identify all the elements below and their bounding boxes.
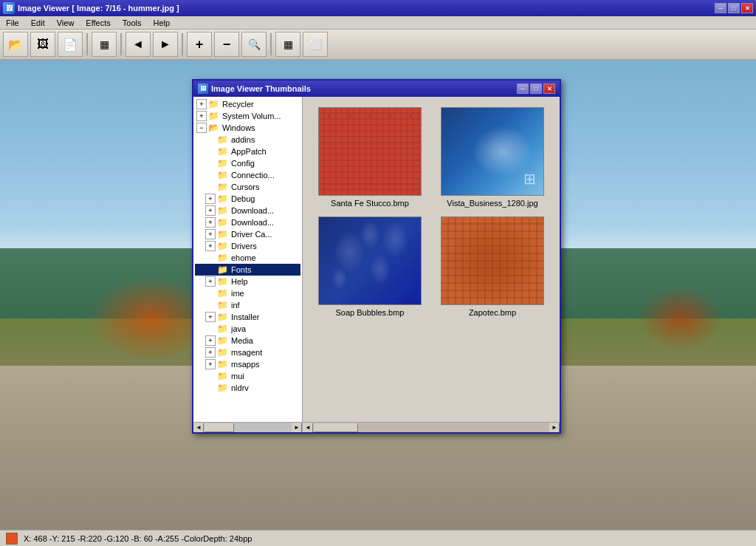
expander-download1[interactable]: +: [205, 205, 216, 216]
tree-item-java[interactable]: 📁 java: [195, 323, 300, 335]
tree-hscroll-right-button[interactable]: ►: [292, 423, 302, 433]
menu-help[interactable]: Help: [150, 18, 173, 28]
folder-icon-download1: 📁: [217, 206, 229, 215]
expander-installer[interactable]: +: [205, 312, 216, 322]
expander-driver-cache[interactable]: +: [205, 229, 216, 239]
back-button[interactable]: ◄: [126, 32, 151, 57]
thumbnail-item-vista[interactable]: Vista_Business_1280.jpg: [431, 103, 554, 212]
menu-edit[interactable]: Edit: [28, 18, 48, 28]
tree-item-ehome[interactable]: 📁 ehome: [195, 252, 300, 264]
thumbnail-item-zapotec[interactable]: Zapotec.bmp: [431, 212, 554, 321]
expander-msapps[interactable]: +: [205, 359, 216, 369]
expander-apppatch: [205, 146, 216, 157]
thumbnail-horizontal-scrollbar[interactable]: ◄ ►: [303, 422, 560, 432]
thumbnail-label-soap-bubbles: Soap Bubbles.bmp: [336, 308, 405, 317]
folder-icon-addins: 📁: [217, 135, 229, 144]
menu-effects[interactable]: Effects: [83, 18, 113, 28]
folder-icon-fonts: 📁: [217, 265, 229, 274]
zoom-out-button[interactable]: −: [214, 32, 239, 57]
tree-item-windows[interactable]: − 📂 Windows: [195, 122, 300, 134]
tree-item-mui[interactable]: 📁 mui: [195, 370, 300, 382]
tree-item-config[interactable]: 📁 Config: [195, 157, 300, 169]
expander-media[interactable]: +: [205, 335, 216, 346]
toolbar: 📂 🖼 📄 ▦ ◄ ► + − 🔍 ▦ ⬜: [0, 30, 756, 61]
tree-hscroll-left-button[interactable]: ◄: [193, 423, 204, 433]
tree-item-msagent[interactable]: + 📁 msagent: [195, 347, 300, 358]
dialog-icon: 🖼: [198, 83, 208, 94]
tree-item-debug[interactable]: + 📁 Debug: [195, 193, 300, 205]
expander-download2[interactable]: +: [205, 217, 216, 228]
zoom-in-button[interactable]: +: [187, 32, 212, 57]
tree-item-download2[interactable]: + 📁 Download...: [195, 216, 300, 228]
folder-tree[interactable]: + 📁 Recycler + 📁 System Volum... −: [193, 97, 302, 422]
close-button[interactable]: ✕: [741, 3, 753, 13]
expander-windows[interactable]: −: [196, 123, 207, 133]
grid-button[interactable]: ▦: [275, 32, 300, 57]
tree-label-debug: Debug: [231, 194, 255, 203]
tree-item-cursors[interactable]: 📁 Cursors: [195, 181, 300, 193]
thumbnail-item-santa-fe[interactable]: Santa Fe Stucco.bmp: [309, 103, 431, 212]
thumbnail-image-vista: [441, 107, 544, 196]
tree-item-media[interactable]: + 📁 Media: [195, 335, 300, 347]
prev-folder-button[interactable]: 🖼: [30, 32, 55, 57]
tree-item-fonts[interactable]: 📁 Fonts: [195, 264, 300, 276]
thumb-hscroll-thumb[interactable]: [314, 423, 358, 432]
tree-item-system-volume[interactable]: + 📁 System Volum...: [195, 110, 300, 122]
dialog-controls: ─ □ ✕: [517, 83, 555, 94]
tree-item-apppatch[interactable]: 📁 AppPatch: [195, 146, 300, 157]
menu-file[interactable]: File: [3, 18, 22, 28]
title-controls: ─ □ ✕: [715, 3, 753, 13]
tree-label-config: Config: [231, 159, 255, 168]
tree-item-msapps[interactable]: + 📁 msapps: [195, 358, 300, 370]
tree-item-driver-cache[interactable]: + 📁 Driver Ca...: [195, 228, 300, 240]
open-button[interactable]: 📂: [3, 32, 28, 57]
expander-help[interactable]: +: [205, 276, 216, 287]
tree-item-installer[interactable]: + 📁 Installer: [195, 311, 300, 323]
dialog-close-button[interactable]: ✕: [543, 83, 555, 94]
thumbnails-button[interactable]: ▦: [92, 32, 117, 57]
tree-item-nldrv[interactable]: 📁 nldrv: [195, 382, 300, 394]
tree-item-download1[interactable]: + 📁 Download...: [195, 205, 300, 216]
thumbnail-item-soap-bubbles[interactable]: Soap Bubbles.bmp: [309, 212, 431, 321]
tree-hscroll-track[interactable]: [204, 423, 292, 433]
forward-button[interactable]: ►: [153, 32, 178, 57]
fullscreen-button[interactable]: ⬜: [303, 32, 328, 57]
thumb-hscroll-left-button[interactable]: ◄: [303, 423, 313, 433]
open-image-button[interactable]: 📄: [58, 32, 83, 57]
dialog-maximize-button[interactable]: □: [530, 83, 542, 94]
thumbnail-image-santa-fe: [318, 107, 422, 196]
menu-tools[interactable]: Tools: [120, 18, 145, 28]
menu-view[interactable]: View: [54, 18, 78, 28]
tree-label-fonts: Fonts: [231, 265, 252, 274]
menu-bar: File Edit View Effects Tools Help: [0, 16, 756, 30]
expander-mui: [205, 371, 216, 381]
folder-icon-ehome: 📁: [217, 253, 229, 262]
tree-item-ime[interactable]: 📁 ime: [195, 287, 300, 299]
thumb-hscroll-track[interactable]: [313, 423, 549, 433]
dialog-title-text: Image Viewer Thumbnails: [211, 84, 311, 93]
tree-item-drivers[interactable]: + 📁 Drivers: [195, 240, 300, 252]
expander-system-volume[interactable]: +: [196, 111, 207, 121]
folder-icon-recycler: 📁: [208, 100, 220, 109]
folder-icon-ime: 📁: [217, 289, 229, 298]
expander-drivers[interactable]: +: [205, 241, 216, 251]
thumb-hscroll-right-button[interactable]: ►: [549, 423, 560, 433]
minimize-button[interactable]: ─: [715, 3, 726, 13]
tree-hscroll-thumb[interactable]: [205, 423, 234, 432]
dialog-minimize-button[interactable]: ─: [517, 83, 529, 94]
tree-item-addins[interactable]: 📁 addins: [195, 134, 300, 146]
expander-recycler[interactable]: +: [196, 99, 207, 109]
expander-debug[interactable]: +: [205, 194, 216, 204]
tree-item-recycler[interactable]: + 📁 Recycler: [195, 98, 300, 110]
tree-horizontal-scrollbar[interactable]: ◄ ►: [193, 422, 302, 432]
tree-item-help[interactable]: + 📁 Help: [195, 276, 300, 287]
thumbnail-dialog: 🖼 Image Viewer Thumbnails ─ □ ✕ +: [192, 79, 561, 434]
maximize-button[interactable]: □: [728, 3, 740, 13]
tree-item-inf[interactable]: 📁 inf: [195, 299, 300, 311]
tree-label-addins: addins: [231, 135, 255, 144]
tree-label-drivers: Drivers: [231, 242, 257, 250]
folder-icon-help: 📁: [217, 277, 229, 286]
tree-item-connections[interactable]: 📁 Connectio...: [195, 169, 300, 181]
fit-button[interactable]: 🔍: [241, 32, 267, 57]
expander-msagent[interactable]: +: [205, 347, 216, 358]
